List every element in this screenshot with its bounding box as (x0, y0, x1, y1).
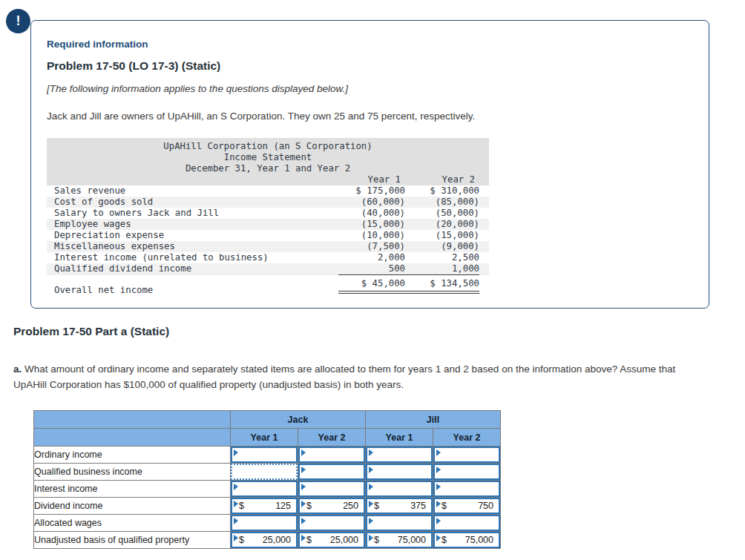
statement-title-line1: UpAHill Corporation (an S Corporation) (47, 141, 489, 152)
answer-row-dividend-income: Dividend income $ 125 $ 250 $ 375 $ 750 (34, 498, 501, 515)
input-cell-qbi-jill-y2[interactable] (433, 464, 501, 481)
cell-flag-icon (234, 484, 238, 490)
cell-flag-icon (369, 449, 373, 456)
year-header-jill-y1: Year 1 (366, 429, 433, 447)
year-header-jack-y2: Year 2 (298, 429, 366, 447)
cell-flag-icon (436, 518, 441, 524)
problem-title: Problem 17-50 (LO 17-3) (Static) (47, 59, 694, 73)
statement-row-qualified-dividend: Qualified dividend income 500 1,000 (47, 263, 489, 275)
statement-col-year1: Year 1 (338, 174, 405, 185)
income-statement: UpAHill Corporation (an S Corporation) I… (47, 138, 489, 296)
row-label: Ordinary income (34, 447, 231, 464)
info-note: [The following information applies to th… (47, 83, 694, 95)
cell-flag-icon (234, 535, 238, 541)
part-a-heading: Problem 17-50 Part a (Static) (13, 324, 169, 338)
input-cell-allocated-wages-jack-y1[interactable] (231, 515, 298, 532)
statement-title-line3: December 31, Year 1 and Year 2 (47, 163, 489, 174)
row-label: Unadjusted basis of qualified property (34, 532, 231, 549)
answer-row-unadjusted-basis: Unadjusted basis of qualified property $… (34, 532, 501, 549)
answer-header-year-row: Year 1 Year 2 Year 1 Year 2 (34, 429, 501, 447)
statement-row-interest-income: Interest income (unrelated to business) … (47, 252, 489, 263)
required-information-label: Required information (47, 39, 694, 50)
required-info-panel: Required information Problem 17-50 (LO 1… (30, 20, 709, 309)
statement-title-line2: Income Statement (47, 152, 489, 163)
cell-flag-icon (436, 484, 441, 490)
input-cell-qbi-jack-y2[interactable] (298, 464, 366, 481)
statement-row-miscellaneous: Miscellaneous expenses (7,500) (9,000) (47, 241, 489, 252)
cell-flag-icon (369, 535, 373, 541)
income-statement-header: UpAHill Corporation (an S Corporation) I… (47, 138, 489, 185)
input-cell-interest-income-jack-y1[interactable] (231, 481, 298, 498)
input-cell-qbi-jack-y1-focused[interactable] (231, 464, 298, 481)
question-text: What amount of ordinary income and separ… (13, 363, 675, 390)
input-cell-unadjusted-basis-jack-y1[interactable]: $ 25,000 (231, 532, 298, 549)
input-cell-ordinary-income-jill-y1[interactable] (366, 447, 433, 464)
cell-flag-icon (436, 501, 441, 507)
answer-row-interest-income: Interest income (34, 481, 501, 498)
problem-intro-text: Jack and Jill are owners of UpAHill, an … (47, 111, 694, 122)
input-cell-dividend-income-jill-y2[interactable]: $ 750 (433, 498, 501, 515)
cell-flag-icon (369, 501, 373, 507)
header-blank-cell (34, 411, 231, 429)
cell-flag-icon (301, 501, 306, 507)
header-blank-cell (34, 429, 231, 447)
cell-flag-icon (234, 518, 238, 524)
input-cell-interest-income-jack-y2[interactable] (298, 481, 366, 498)
input-cell-unadjusted-basis-jack-y2[interactable]: $ 25,000 (298, 532, 366, 549)
cell-flag-icon (234, 449, 238, 456)
cell-flag-icon (301, 518, 306, 524)
group-header-jill: Jill (366, 411, 501, 429)
input-cell-allocated-wages-jill-y1[interactable] (366, 515, 433, 532)
input-cell-dividend-income-jill-y1[interactable]: $ 375 (366, 498, 433, 515)
answer-row-qualified-business-income: Qualified business income (34, 464, 501, 481)
input-cell-interest-income-jill-y2[interactable] (433, 481, 501, 498)
input-cell-unadjusted-basis-jill-y1[interactable]: $ 75,000 (366, 532, 433, 549)
cell-flag-icon (301, 484, 306, 490)
question-letter: a. (13, 363, 22, 375)
input-cell-allocated-wages-jack-y2[interactable] (298, 515, 366, 532)
input-cell-unadjusted-basis-jill-y2[interactable]: $ 75,000 (433, 532, 501, 549)
statement-row-overall-net-income: Overall net income $ 45,000 $ 134,500 (47, 276, 489, 296)
cell-flag-icon (234, 501, 238, 507)
answer-header-group-row: Jack Jill (34, 411, 501, 429)
year-header-jill-y2: Year 2 (433, 429, 501, 447)
input-cell-dividend-income-jack-y1[interactable]: $ 125 (231, 498, 298, 515)
statement-row-employee-wages: Employee wages (15,000) (20,000) (47, 219, 489, 230)
row-label: Qualified business income (34, 464, 231, 481)
cell-flag-icon (436, 449, 441, 456)
answer-row-ordinary-income: Ordinary income (34, 447, 501, 464)
answer-table: Jack Jill Year 1 Year 2 Year 1 Year 2 Or… (33, 410, 501, 549)
cell-flag-icon (369, 467, 373, 473)
statement-row-depreciation: Depreciation expense (10,000) (15,000) (47, 230, 489, 241)
alert-exclamation-icon: ! (6, 9, 30, 33)
statement-row-sales-revenue: Sales revenue $ 175,000 $ 310,000 (47, 185, 489, 197)
cell-flag-icon (301, 535, 306, 541)
cell-flag-icon (436, 467, 441, 473)
part-a-question: a. What amount of ordinary income and se… (13, 361, 690, 392)
cell-flag-icon (301, 467, 306, 473)
input-cell-ordinary-income-jack-y1[interactable] (231, 447, 298, 464)
cell-flag-icon (301, 449, 306, 456)
row-label: Allocated wages (34, 515, 231, 532)
year-header-jack-y1: Year 1 (231, 429, 298, 447)
statement-column-headers: Year 1 Year 2 (47, 174, 489, 185)
group-header-jack: Jack (231, 411, 366, 429)
input-cell-qbi-jill-y1[interactable] (366, 464, 433, 481)
answer-row-allocated-wages: Allocated wages (34, 515, 501, 532)
input-cell-ordinary-income-jill-y2[interactable] (433, 447, 501, 464)
input-cell-allocated-wages-jill-y2[interactable] (433, 515, 501, 532)
row-label: Dividend income (34, 498, 231, 515)
input-cell-ordinary-income-jack-y2[interactable] (298, 447, 366, 464)
cell-flag-icon (369, 518, 373, 524)
statement-row-salary-owners: Salary to owners Jack and Jill (40,000) … (47, 208, 489, 219)
input-cell-interest-income-jill-y1[interactable] (366, 481, 433, 498)
statement-col-year2: Year 2 (405, 174, 479, 185)
cell-flag-icon (369, 484, 373, 490)
cell-flag-icon (436, 535, 441, 541)
statement-row-cogs: Cost of goods sold (60,000) (85,000) (47, 197, 489, 208)
input-cell-dividend-income-jack-y2[interactable]: $ 250 (298, 498, 366, 515)
row-label: Interest income (34, 481, 231, 498)
